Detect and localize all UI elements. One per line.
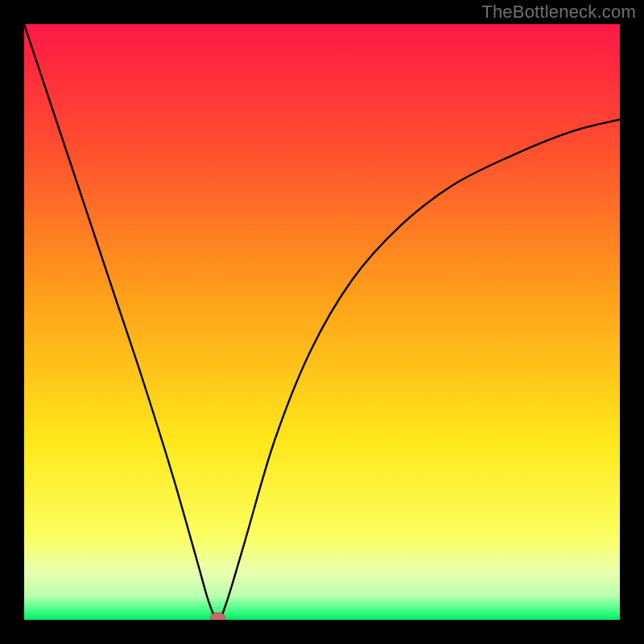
bottleneck-chart xyxy=(24,24,620,620)
plot-area xyxy=(24,24,620,620)
chart-outer-frame: TheBottleneck.com xyxy=(0,0,644,644)
gradient-background xyxy=(24,24,620,620)
minimum-marker xyxy=(211,613,225,620)
watermark-label: TheBottleneck.com xyxy=(481,2,636,23)
